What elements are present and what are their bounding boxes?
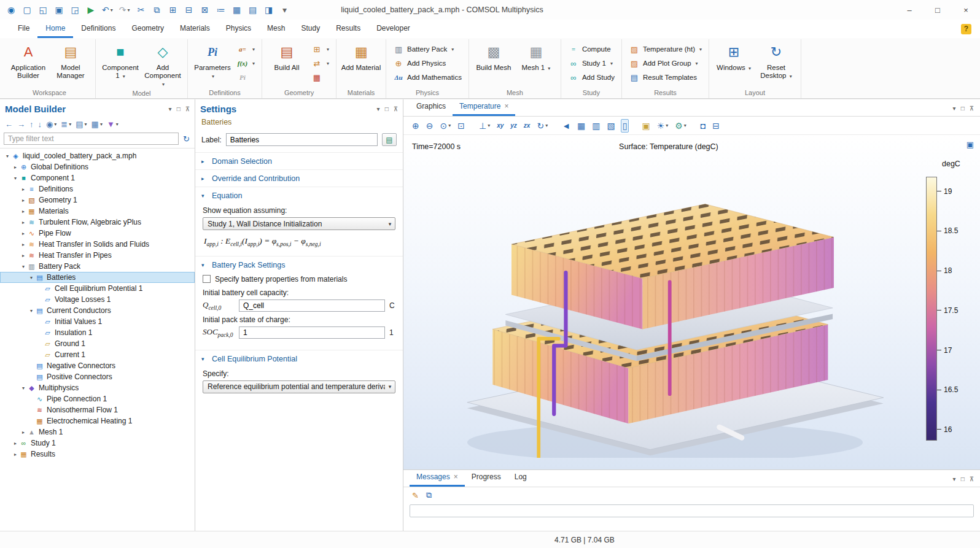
- expand-node-icon[interactable]: ▸: [20, 253, 27, 258]
- collapse-node-icon[interactable]: ▾: [20, 264, 27, 269]
- ribbon-add-material-button[interactable]: ▦Add Material: [341, 40, 381, 85]
- ribbon-temperature-ht-button[interactable]: ▨Temperature (ht)▾: [626, 43, 704, 55]
- select-mode-icon[interactable]: ▯: [621, 119, 629, 133]
- ribbon-battery-pack-button[interactable]: ▥Battery Pack▾: [391, 43, 464, 55]
- tree-node-heat-transfer-in-pipes[interactable]: ▸≋Heat Transfer in Pipes: [0, 250, 195, 261]
- pin-panel-icon[interactable]: ⊼: [970, 105, 974, 112]
- menu-tab-definitions[interactable]: Definitions: [73, 20, 123, 38]
- tab-messages[interactable]: Messages×: [410, 469, 465, 487]
- tree-node-mesh-1[interactable]: ▸▲Mesh 1: [0, 426, 195, 438]
- collapse-node-icon[interactable]: ▾: [20, 385, 27, 391]
- duplicate-icon[interactable]: ⊟: [183, 3, 195, 17]
- pin-panel-icon[interactable]: ⊼: [185, 106, 190, 112]
- tab-progress[interactable]: Progress: [465, 469, 508, 487]
- pin-panel-icon[interactable]: ⊼: [394, 106, 398, 112]
- move-down-icon[interactable]: ↓: [37, 118, 44, 130]
- collapse-node-icon[interactable]: ▾: [12, 176, 19, 181]
- preview-icon[interactable]: ◲: [69, 3, 81, 17]
- view-zx-icon[interactable]: zx: [523, 119, 532, 133]
- ribbon-build-mesh-button[interactable]: ▩Build Mesh: [473, 40, 514, 85]
- tree-node-insulation-1[interactable]: ▱Insulation 1: [0, 327, 195, 338]
- tree-node-multiphysics[interactable]: ▾◆Multiphysics: [0, 382, 195, 393]
- zoom-in-icon[interactable]: ⊕: [411, 119, 421, 133]
- ribbon-windows-button[interactable]: ⊞Windows ▾: [714, 40, 754, 85]
- image-to-table-icon[interactable]: ▥: [591, 119, 601, 133]
- tree-node-pipe-flow[interactable]: ▸∿Pipe Flow: [0, 228, 195, 239]
- report-icon[interactable]: ▤: [247, 3, 259, 17]
- ribbon-reset-desktop-button[interactable]: ↻Reset Desktop ▾: [756, 40, 796, 85]
- back-icon[interactable]: ←: [4, 118, 14, 130]
- tree-node-turbulent-flow-algebraic-yplus[interactable]: ▸≋Turbulent Flow, Algebraic yPlus: [0, 217, 195, 228]
- new-file-icon[interactable]: ▢: [21, 3, 33, 17]
- ribbon-compute-button[interactable]: =Compute: [566, 43, 617, 55]
- float-panel-icon[interactable]: □: [961, 476, 965, 482]
- camera-icon[interactable]: ◘: [699, 119, 707, 133]
- tree-node-current-1[interactable]: ▱Current 1: [0, 349, 195, 360]
- help-button[interactable]: ?: [961, 24, 971, 34]
- collapse-panel-icon[interactable]: ▾: [377, 106, 380, 112]
- paste-icon[interactable]: ⊞: [167, 3, 179, 17]
- rotate-view-icon[interactable]: ↻▾: [535, 119, 549, 133]
- tree-node-battery-pack[interactable]: ▾▥Battery Pack: [0, 261, 195, 272]
- zoom-out-icon[interactable]: ⊖: [425, 119, 435, 133]
- expand-node-icon[interactable]: ▸: [20, 187, 27, 192]
- menu-tab-study[interactable]: Study: [293, 20, 328, 38]
- tree-node-initial-values-1[interactable]: ▱Initial Values 1: [0, 316, 195, 327]
- print-icon[interactable]: ⊟: [711, 119, 721, 133]
- export-geometry-icon-button[interactable]: ⇄▾: [309, 57, 332, 69]
- ribbon-add-mathematics-button[interactable]: ΔuAdd Mathematics: [391, 71, 464, 83]
- tree-node-global-definitions[interactable]: ▸⊕Global Definitions: [0, 161, 195, 172]
- cut-icon[interactable]: ✂: [135, 3, 147, 17]
- collapse-node-icon[interactable]: ▾: [28, 275, 35, 280]
- equilibrium-specify-select[interactable]: Reference equilibrium potential and temp…: [203, 380, 395, 393]
- tree-node-definitions[interactable]: ▸≡Definitions: [0, 183, 195, 195]
- plot-info-icon[interactable]: ▣: [966, 140, 974, 149]
- run-icon[interactable]: ▶: [85, 3, 97, 17]
- specify-materials-checkbox[interactable]: [203, 275, 211, 283]
- section-domain-selection[interactable]: ▸ Domain Selection: [195, 152, 403, 169]
- ribbon-model-manager-button[interactable]: ▤Model Manager: [50, 40, 91, 85]
- node-text-icon[interactable]: ≣▾: [60, 118, 72, 130]
- plot-window-icon[interactable]: ▧: [606, 119, 616, 133]
- ribbon-study-1-button[interactable]: ∞Study 1▾: [566, 57, 617, 69]
- snapshot-icon[interactable]: ◨: [263, 3, 275, 17]
- tree-node-cell-equilibrium-potential-1[interactable]: ▱Cell Equilibrium Potential 1: [0, 283, 195, 294]
- expand-node-icon[interactable]: ▸: [20, 242, 27, 247]
- expand-node-icon[interactable]: ▸: [20, 198, 27, 203]
- redo-icon[interactable]: ↷▾: [118, 3, 131, 17]
- show-icon[interactable]: ◉▾: [45, 118, 58, 130]
- tree-node-study-1[interactable]: ▸∞Study 1: [0, 438, 195, 449]
- evaluate-table-icon[interactable]: ▦: [231, 3, 243, 17]
- rename-label-button[interactable]: ▤: [382, 133, 397, 146]
- expand-node-icon[interactable]: ▸: [20, 209, 27, 214]
- tree-filter-input[interactable]: [4, 133, 179, 145]
- ribbon-mesh-1-button[interactable]: ▦Mesh 1 ▾: [516, 40, 556, 85]
- forward-icon[interactable]: →: [16, 118, 26, 130]
- tree-node-negative-connectors[interactable]: ▤Negative Connectors: [0, 360, 195, 371]
- view-orientation-icon[interactable]: ⊥▾: [478, 119, 491, 133]
- equation-study-select[interactable]: Study 1, Wall Distance Initialization ▾: [203, 217, 395, 230]
- qcell-input[interactable]: [239, 299, 385, 312]
- measure-icon-button[interactable]: ▦: [309, 71, 332, 83]
- temperature-surface-plot[interactable]: [413, 151, 917, 458]
- tree-node-heat-transfer-in-solids-and-fluids[interactable]: ▸≋Heat Transfer in Solids and Fluids: [0, 239, 195, 250]
- menu-tab-geometry[interactable]: Geometry: [123, 20, 172, 38]
- menu-tab-results[interactable]: Results: [328, 20, 368, 38]
- tree-node-batteries[interactable]: ▾▤Batteries: [0, 272, 195, 283]
- float-panel-icon[interactable]: □: [961, 105, 965, 112]
- functions-icon-button[interactable]: f(x)▾: [235, 57, 257, 69]
- move-up-icon[interactable]: ↑: [28, 118, 35, 130]
- delete-icon[interactable]: ⊠: [199, 3, 211, 17]
- parameter-case-icon-button[interactable]: Pi: [235, 71, 257, 83]
- ribbon-add-physics-button[interactable]: ⊕Add Physics: [391, 57, 464, 69]
- compact-view-icon[interactable]: ▤▾: [74, 118, 88, 130]
- ribbon-add-component-button[interactable]: ◇Add Component ▾: [142, 40, 183, 88]
- maximize-button[interactable]: □: [924, 0, 952, 20]
- section-override-contribution[interactable]: ▸ Override and Contribution: [195, 169, 403, 187]
- ribbon-add-study-button[interactable]: ∞Add Study: [566, 71, 617, 83]
- menu-tab-developer[interactable]: Developer: [368, 20, 418, 38]
- comsol-logo-icon[interactable]: ◉: [5, 3, 17, 17]
- tab-log[interactable]: Log: [508, 469, 534, 487]
- tree-node-ground-1[interactable]: ▱Ground 1: [0, 338, 195, 349]
- soc-input[interactable]: [239, 326, 385, 339]
